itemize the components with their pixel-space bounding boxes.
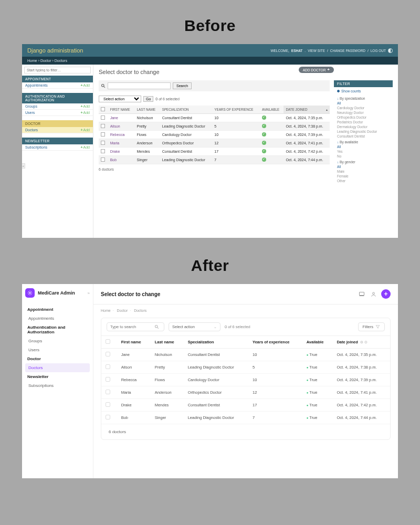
breadcrumb-doctor[interactable]: Doctor [117, 309, 128, 312]
search-input[interactable] [110, 324, 154, 329]
filter-option[interactable]: Yes [334, 149, 393, 154]
column-header[interactable]: AVAILABLE [260, 106, 284, 114]
first-name-cell[interactable]: Bob [117, 412, 151, 424]
breadcrumb-doctor[interactable]: Doctor [40, 59, 51, 62]
filters-button[interactable]: Filters [358, 322, 385, 331]
column-header[interactable]: Years of experience [248, 336, 302, 349]
row-checkbox[interactable] [101, 116, 105, 120]
last-name-cell: Anderson [135, 139, 160, 148]
first-name-link[interactable]: Bob [110, 158, 117, 162]
filter-option[interactable]: Consultant Dentist [334, 134, 393, 139]
column-header[interactable]: DATE JOINED ▴ [284, 106, 330, 114]
first-name-link[interactable]: Alison [110, 124, 120, 128]
first-name-cell[interactable]: Rebecca [117, 374, 151, 386]
device-icon[interactable] [358, 290, 365, 298]
action-select[interactable]: Select action ⌄ [169, 322, 220, 331]
column-header[interactable]: Specialization [184, 336, 248, 349]
first-name-cell[interactable]: Jane [117, 349, 151, 361]
add-button[interactable]: + [381, 289, 391, 299]
row-checkbox[interactable] [106, 364, 110, 369]
add-doctor-button[interactable]: ADD DOCTOR + [299, 67, 334, 73]
breadcrumb-home[interactable]: Home [27, 59, 37, 62]
sidebar-item[interactable]: Appointments [25, 314, 90, 323]
sidebar-item[interactable]: Users+ Add [22, 110, 93, 116]
add-link[interactable]: + Add [80, 128, 90, 132]
row-checkbox[interactable] [106, 415, 110, 419]
column-header[interactable]: YEARS OF EXPERIENCE [212, 106, 260, 114]
add-link[interactable]: + Add [80, 104, 90, 108]
row-checkbox[interactable] [106, 377, 110, 382]
column-header[interactable]: First name [117, 336, 151, 349]
sidebar-item[interactable]: Users [25, 345, 90, 354]
action-row: Select action Go 0 of 6 selected [99, 96, 330, 102]
filter-group-header[interactable]: ↓ By specialization [334, 95, 393, 101]
user-icon[interactable] [370, 290, 377, 298]
search-button[interactable]: Search [173, 82, 192, 89]
sidebar-item[interactable]: Subscriptions+ Add [22, 144, 93, 151]
row-checkbox[interactable] [101, 124, 105, 128]
first-name-link[interactable]: Drake [110, 150, 120, 153]
filter-option[interactable]: Leading Diagnostic Doctor [334, 129, 393, 134]
sidebar-section-header: APPOINTMENT [22, 76, 93, 82]
column-header[interactable]: Date joined ⊖ ⊙ [332, 336, 390, 349]
filter-option[interactable]: All [334, 101, 393, 106]
breadcrumb-home[interactable]: Home [101, 309, 111, 312]
row-checkbox[interactable] [101, 141, 105, 145]
logout-link[interactable]: LOG OUT [371, 49, 386, 52]
filter-option[interactable]: Male [334, 169, 393, 174]
column-header[interactable]: LAST NAME [135, 106, 160, 114]
change-password-link[interactable]: CHANGE PASSWORD [330, 49, 365, 52]
add-link[interactable]: + Add [80, 111, 90, 114]
sidebar-item[interactable]: Groups [25, 337, 90, 345]
years-cell: 10 [248, 349, 302, 361]
first-name-link[interactable]: Rebecca [110, 133, 125, 136]
filter-option[interactable]: Female [334, 174, 393, 178]
first-name-cell[interactable]: Alison [117, 361, 151, 374]
filter-option[interactable]: Pediatrics Doctor [334, 120, 393, 124]
column-header[interactable]: FIRST NAME [108, 106, 135, 114]
filter-option[interactable]: No [334, 154, 393, 159]
sidebar-filter-input[interactable] [24, 67, 91, 74]
first-name-cell[interactable]: Maria [117, 386, 151, 399]
breadcrumb: Home· Doctor· Doctors [93, 304, 398, 318]
add-link[interactable]: + Add [80, 83, 90, 87]
column-header[interactable]: Last name [151, 336, 184, 349]
show-counts-link[interactable]: Show counts [334, 87, 393, 95]
search-input[interactable] [108, 82, 171, 89]
filter-group-header[interactable]: ↓ By available [334, 139, 393, 144]
sidebar-item[interactable]: Groups+ Add [22, 103, 93, 110]
select-all-checkbox[interactable] [106, 339, 110, 344]
sidebar-item[interactable]: Appointments+ Add [22, 82, 93, 89]
go-button[interactable]: Go [143, 96, 153, 102]
contrast-toggle-icon[interactable] [388, 48, 393, 53]
column-header[interactable]: Available [302, 336, 333, 349]
filter-option[interactable]: Cardiology Doctor [334, 106, 393, 110]
row-checkbox[interactable] [106, 352, 110, 356]
sidebar-item[interactable]: Doctors [25, 363, 90, 372]
row-checkbox[interactable] [101, 149, 105, 153]
sidebar-collapse-icon[interactable]: « [22, 163, 25, 169]
filter-option[interactable]: All [334, 164, 393, 169]
filter-group-header[interactable]: ↓ By gender [334, 159, 393, 164]
first-name-cell[interactable]: Drake [117, 399, 151, 412]
view-site-link[interactable]: VIEW SITE [308, 49, 325, 52]
sidebar-collapse-icon[interactable]: » [88, 291, 90, 296]
action-select[interactable]: Select action [99, 96, 141, 102]
first-name-link[interactable]: Maria [110, 141, 120, 145]
select-all-checkbox[interactable] [101, 107, 105, 111]
sidebar-item[interactable]: Doctors+ Add [22, 127, 93, 133]
filter-option[interactable]: Orthopedics Doctor [334, 115, 393, 120]
filter-option[interactable]: Other [334, 178, 393, 183]
sidebar-item[interactable]: Subscriptions [25, 381, 90, 390]
row-checkbox[interactable] [101, 158, 105, 162]
svg-line-7 [158, 328, 159, 329]
filter-option[interactable]: All [334, 144, 393, 149]
first-name-link[interactable]: Jane [110, 116, 118, 120]
row-checkbox[interactable] [106, 402, 110, 407]
row-checkbox[interactable] [106, 390, 110, 394]
row-checkbox[interactable] [101, 132, 105, 136]
filter-option[interactable]: Neurology Doctor [334, 110, 393, 115]
filter-option[interactable]: Dermatology Doctor [334, 124, 393, 129]
add-link[interactable]: + Add [80, 145, 90, 149]
column-header[interactable]: SPECIALIZATION [160, 106, 213, 114]
